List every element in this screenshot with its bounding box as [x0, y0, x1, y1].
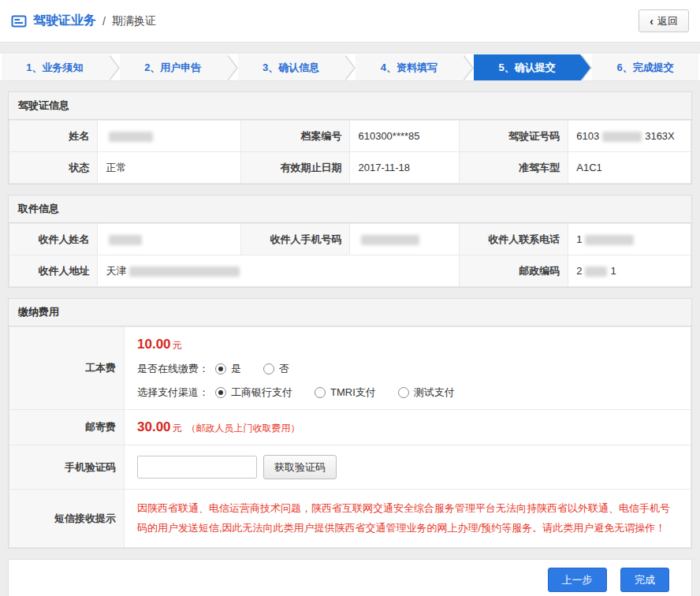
postage-amount: 30.00: [137, 419, 171, 435]
sms-code-input[interactable]: [137, 456, 257, 479]
postage-unit: 元: [173, 422, 182, 435]
file-number-value: 610300****85: [350, 121, 459, 152]
table-row: 手机验证码 获取验证码: [9, 445, 691, 490]
license-number-suffix: 3163X: [645, 130, 675, 142]
fee-cell: 10.00 元 是否在线缴费： 是 否: [125, 327, 691, 410]
step-wizard: 1、业务须知 2、用户申告 3、确认信息 4、资料填写 5、确认提交 6、完成提…: [0, 53, 700, 81]
license-info-section: 驾驶证信息 姓名 档案编号 610300****85 驾驶证号码 6103316…: [8, 91, 692, 184]
step-label: 3、确认信息: [262, 61, 319, 75]
redacted-phone: [585, 235, 634, 245]
online-pay-question: 是否在线缴费：: [137, 362, 209, 376]
radio-online-pay-yes[interactable]: 是: [215, 362, 241, 376]
pay-channel-row: 选择支付渠道： 工商银行支付 TMRI支付 测试支付: [137, 386, 678, 400]
table-row: 收件人姓名 收件人手机号码 收件人联系电话 1: [9, 224, 691, 255]
sms-code-cell: 获取验证码: [125, 445, 691, 490]
postcode-label: 邮政编码: [459, 255, 568, 287]
postage-label: 邮寄费: [9, 410, 125, 445]
license-number-prefix: 6103: [576, 130, 599, 142]
fee-label: 工本费: [9, 327, 125, 410]
status-value: 正常: [98, 152, 241, 184]
breadcrumb: 驾驶证业务 / 期满换证: [11, 13, 156, 29]
radio-online-no-label: 否: [279, 362, 289, 376]
license-card-icon: [11, 15, 27, 28]
file-number-label: 档案编号: [241, 121, 350, 152]
table-row: 短信接收提示 因陕西省联通、电信运营商技术问题，陕西省互联网交通安全综合服务管理…: [9, 490, 691, 548]
section-title-pickup-info: 取件信息: [9, 196, 691, 223]
license-number-label: 驾驶证号码: [459, 121, 568, 152]
sms-code-row: 获取验证码: [137, 455, 678, 479]
license-renewal-page: 驾驶证业务 / 期满换证 ‹ 返回 1、业务须知 2、用户申告 3、确认信息 4…: [0, 0, 700, 596]
address-value: 天津: [98, 255, 459, 287]
step-5-confirm-submit: 5、确认提交: [474, 54, 580, 81]
pay-channel-question: 选择支付渠道：: [137, 386, 209, 400]
radio-channel-tmri[interactable]: TMRI支付: [315, 386, 376, 400]
table-row: 状态 正常 有效期止日期 2017-11-18 准驾车型 A1C1: [9, 152, 691, 184]
redacted-license-number: [602, 132, 642, 142]
radio-online-pay-no[interactable]: 否: [263, 362, 289, 376]
page-subtitle: 期满换证: [112, 14, 156, 28]
section-title-payment: 缴纳费用: [9, 299, 691, 326]
online-pay-question-row: 是否在线缴费： 是 否: [137, 362, 678, 376]
expiry-label: 有效期止日期: [241, 152, 350, 184]
section-title-license-info: 驾驶证信息: [9, 92, 691, 120]
previous-step-button[interactable]: 上一步: [548, 568, 607, 592]
sms-tip-label: 短信接收提示: [9, 490, 125, 548]
postcode-prefix: 2: [576, 265, 582, 277]
vehicle-class-label: 准驾车型: [459, 152, 568, 184]
table-row: 收件人地址 天津 邮政编码 21: [9, 255, 691, 287]
redacted-name: [109, 132, 153, 142]
redacted-mobile: [361, 235, 419, 245]
get-sms-code-button[interactable]: 获取验证码: [263, 455, 337, 479]
breadcrumb-separator: /: [102, 15, 106, 28]
pickup-info-table: 收件人姓名 收件人手机号码 收件人联系电话 1 收件人地址 天津 邮政编码 21: [9, 223, 691, 287]
postcode-value: 21: [568, 255, 691, 287]
address-label: 收件人地址: [9, 255, 98, 287]
table-row: 工本费 10.00 元 是否在线缴费： 是 否: [9, 327, 691, 410]
postage-note: （邮政人员上门收取费用）: [187, 422, 300, 435]
fee-price: 10.00 元: [137, 337, 678, 352]
step-label: 2、用户申告: [144, 61, 201, 75]
address-prefix: 天津: [106, 265, 126, 277]
radio-unselected-icon: [315, 387, 326, 398]
radio-unselected-icon: [398, 387, 409, 398]
radio-selected-icon: [215, 387, 226, 398]
name-label: 姓名: [9, 121, 98, 152]
radio-channel-icbc-label: 工商银行支付: [231, 386, 292, 400]
step-label: 4、资料填写: [381, 61, 438, 75]
pickup-info-section: 取件信息 收件人姓名 收件人手机号码 收件人联系电话 1 收件人地址 天津 邮政…: [8, 195, 692, 288]
status-label: 状态: [9, 152, 98, 184]
back-button[interactable]: ‹ 返回: [639, 9, 689, 32]
finish-button[interactable]: 完成: [620, 568, 669, 592]
back-button-label: 返回: [657, 14, 678, 28]
recipient-mobile-value: [350, 224, 459, 255]
redacted-recipient-name: [109, 235, 142, 245]
sms-tip-cell: 因陕西省联通、电信运营商技术问题，陕西省互联网交通安全综合服务管理平台无法向持陕…: [125, 490, 691, 548]
step-6-complete-submit: 6、完成提交: [592, 54, 698, 81]
vehicle-class-value: A1C1: [568, 152, 691, 184]
sms-tip-text: 因陕西省联通、电信运营商技术问题，陕西省互联网交通安全综合服务管理平台无法向持陕…: [137, 499, 678, 538]
step-label: 1、业务须知: [26, 61, 83, 75]
phone-prefix: 1: [576, 233, 582, 245]
recipient-mobile-label: 收件人手机号码: [241, 224, 350, 255]
postage-cell: 30.00 元 （邮政人员上门收取费用）: [125, 410, 691, 445]
radio-channel-icbc[interactable]: 工商银行支付: [215, 386, 292, 400]
radio-selected-icon: [215, 363, 226, 374]
radio-channel-test-label: 测试支付: [414, 386, 455, 400]
table-row: 邮寄费 30.00 元 （邮政人员上门收取费用）: [9, 410, 691, 445]
payment-section: 缴纳费用 工本费 10.00 元 是否在线缴费： 是: [8, 298, 692, 549]
fee-amount: 10.00: [137, 337, 171, 352]
expiry-value: 2017-11-18: [350, 152, 459, 184]
step-3-confirm-info: 3、确认信息: [238, 54, 344, 81]
recipient-phone-value: 1: [568, 224, 691, 255]
radio-channel-tmri-label: TMRI支付: [330, 386, 376, 400]
fee-unit: 元: [173, 339, 182, 352]
step-label: 5、确认提交: [499, 61, 556, 75]
name-value: [98, 121, 241, 152]
payment-table: 工本费 10.00 元 是否在线缴费： 是 否: [9, 326, 691, 548]
step-1-business-notice: 1、业务须知: [2, 54, 108, 81]
postcode-suffix: 1: [610, 265, 616, 277]
step-label: 6、完成提交: [616, 61, 673, 75]
sms-code-label: 手机验证码: [9, 445, 125, 490]
page-title: 驾驶证业务: [33, 13, 96, 29]
radio-channel-test[interactable]: 测试支付: [398, 386, 455, 400]
